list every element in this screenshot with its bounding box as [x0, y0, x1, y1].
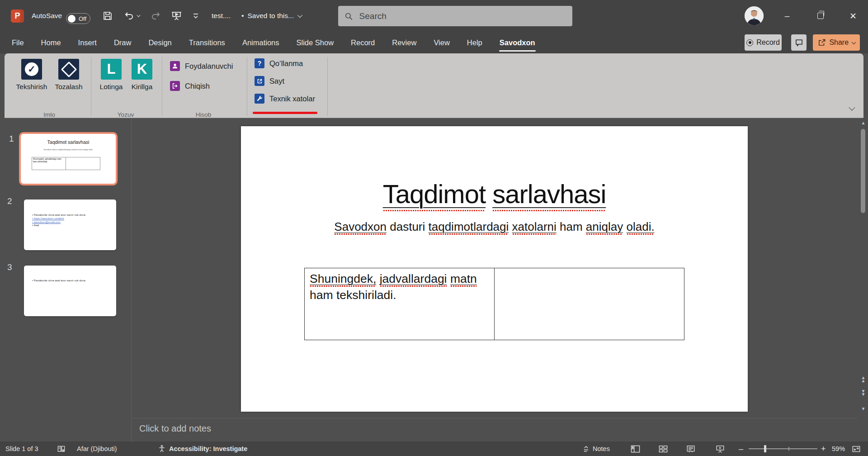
panel-divider[interactable]	[131, 118, 132, 442]
flagged-word: oladi.	[627, 220, 655, 233]
slide-2-thumbnail[interactable]: • Paxtakorlar olma asal anor samir nok d…	[24, 200, 116, 250]
undo-dropdown-chevron-icon[interactable]	[137, 13, 140, 17]
tab-file[interactable]: File	[12, 38, 24, 47]
tab-review[interactable]: Review	[392, 38, 416, 47]
slide-table-cell-1[interactable]: Shuningdek, jadvallardagi matn ham teksh…	[305, 268, 495, 340]
scroll-down-arrow-icon[interactable]: ▼	[859, 407, 867, 411]
notes-toggle-button[interactable]: Notes	[582, 442, 610, 456]
slide-1-thumbnail[interactable]: Taqdimot sarlavhasi Savodxon dasturi taq…	[19, 132, 118, 185]
slide-canvas[interactable]: Taqdimot sarlavhasi Savodxon dasturi taq…	[241, 126, 748, 412]
qollanma-button[interactable]: ? Qo‘llanma	[255, 58, 303, 68]
slide-1-number: 1	[9, 134, 14, 144]
tab-slide-show[interactable]: Slide Show	[297, 38, 334, 47]
next-slide-button[interactable]: ▼▼	[859, 390, 867, 396]
slide-table-cell-2[interactable]	[495, 268, 684, 340]
vertical-scrollbar[interactable]: ▲ ▲▲ ▼▼ ▼	[859, 119, 867, 418]
foydalanuvchi-button[interactable]: Foydalanuvchi	[170, 61, 233, 71]
slide-subtitle-textbox[interactable]: Savodxon dasturi taqdimotlardagi xatolar…	[241, 220, 748, 234]
scroll-up-arrow-icon[interactable]: ▲	[859, 121, 867, 125]
customize-quick-access-toolbar-button[interactable]	[192, 0, 200, 32]
slide-sorter-icon	[659, 445, 668, 453]
clean-diamond-icon	[58, 59, 79, 80]
zoom-out-button[interactable]: –	[739, 442, 743, 456]
collapse-ribbon-button[interactable]	[849, 104, 854, 112]
fit-slide-to-window-button[interactable]	[852, 442, 861, 456]
group-label-yozuv: Yozuv	[99, 111, 153, 118]
tab-design[interactable]: Design	[148, 38, 171, 47]
zoom-slider-thumb[interactable]	[764, 445, 766, 452]
save-status-button[interactable]: • Saved to this...	[241, 0, 301, 32]
slide-title-textbox[interactable]: Taqdimot sarlavhasi	[241, 179, 748, 209]
notes-toggle-label: Notes	[593, 445, 610, 452]
normal-view-button[interactable]	[631, 442, 640, 456]
slide-indicator[interactable]: Slide 1 of 3	[5, 442, 38, 456]
zoom-slider-track[interactable]	[749, 448, 817, 449]
undo-icon	[124, 10, 135, 21]
tab-home[interactable]: Home	[41, 38, 61, 47]
kirillga-button[interactable]: K Kirillga	[124, 59, 160, 91]
ribbon-group-separator	[247, 57, 247, 116]
window-minimize-button[interactable]: –	[774, 0, 800, 32]
scrollbar-thumb[interactable]	[861, 129, 865, 213]
window-close-button[interactable]: ✕	[840, 0, 866, 32]
accessibility-status[interactable]: Accessibility: Investigate	[169, 442, 247, 456]
flagged-word: Shuningdek,	[310, 272, 376, 285]
save-button[interactable]	[102, 0, 113, 32]
slide-sorter-view-button[interactable]	[659, 442, 668, 456]
previous-slide-button[interactable]: ▲▲	[859, 376, 867, 382]
autosave-toggle[interactable]: Off	[66, 0, 90, 32]
zoom-slider[interactable]	[749, 442, 817, 456]
thumb-bullet: • Paxtakorlar olma asal anor samir nok d…	[32, 214, 85, 217]
tab-draw[interactable]: Draw	[114, 38, 132, 47]
tab-view[interactable]: View	[434, 38, 449, 47]
sayt-button[interactable]: Sayt	[255, 76, 284, 86]
share-button-label: Share	[829, 38, 849, 47]
chiqish-button[interactable]: Chiqish	[170, 81, 210, 91]
ribbon-group-separator	[327, 57, 328, 116]
tozalash-button[interactable]: Tozalash	[51, 59, 87, 91]
search-input[interactable]	[359, 11, 566, 22]
tozalash-label: Tozalash	[51, 83, 87, 91]
texnik-xatolar-button[interactable]: Texnik xatolar	[255, 94, 315, 104]
comments-button[interactable]	[791, 34, 807, 51]
tab-record[interactable]: Record	[351, 38, 375, 47]
tab-savodxon[interactable]: Savodxon	[500, 38, 535, 47]
share-chevron-icon	[852, 40, 856, 44]
slideshow-view-button[interactable]	[716, 442, 725, 456]
record-button[interactable]: Record	[745, 34, 782, 51]
zoom-slider-center-tick	[788, 447, 789, 451]
zoom-level[interactable]: 59%	[832, 442, 845, 456]
share-button[interactable]: Share	[813, 34, 860, 51]
thumb-bullet: • Paxtakorlar olma asal anor samir nok d…	[32, 279, 85, 283]
spellcheck-status-button[interactable]	[57, 442, 66, 456]
user-avatar[interactable]	[745, 0, 764, 32]
tab-insert[interactable]: Insert	[78, 38, 97, 47]
thumb-1-title: Taqdimot sarlavhasi	[22, 139, 115, 145]
search-box[interactable]	[338, 6, 572, 26]
thumb-2-bullets: • Paxtakorlar olma asal anor samir nok d…	[32, 214, 85, 228]
zoom-in-button[interactable]: +	[821, 442, 826, 456]
save-status-text: Saved to this...	[247, 12, 294, 20]
window-restore-button[interactable]	[807, 0, 834, 32]
flagged-word: Savodxon	[334, 220, 387, 233]
undo-button[interactable]	[124, 0, 139, 32]
logout-icon	[170, 81, 180, 91]
tab-transitions[interactable]: Transitions	[189, 38, 225, 47]
proofing-errors-icon	[57, 445, 66, 453]
autosave-label: AutoSave	[32, 0, 62, 32]
slideshow-icon	[171, 10, 182, 22]
slide-table[interactable]: Shuningdek, jadvallardagi matn ham teksh…	[304, 268, 684, 340]
notes-divider[interactable]	[132, 418, 858, 418]
tekshirish-button[interactable]: ✓ Tekshirish	[14, 59, 50, 91]
word: ham	[310, 288, 333, 302]
autosave-state: Off	[79, 15, 86, 22]
document-title[interactable]: test....	[212, 0, 231, 32]
slide-3-thumbnail[interactable]: • Paxtakorlar olma asal anor samir nok d…	[24, 266, 116, 316]
notes-placeholder[interactable]: Click to add notes	[139, 423, 211, 434]
tab-animations[interactable]: Animations	[242, 38, 279, 47]
tab-help[interactable]: Help	[467, 38, 482, 47]
reading-view-button[interactable]	[686, 442, 695, 456]
start-slideshow-button[interactable]	[171, 0, 182, 32]
notes-icon	[582, 445, 590, 453]
language-status[interactable]: Afar (Djibouti)	[77, 442, 117, 456]
